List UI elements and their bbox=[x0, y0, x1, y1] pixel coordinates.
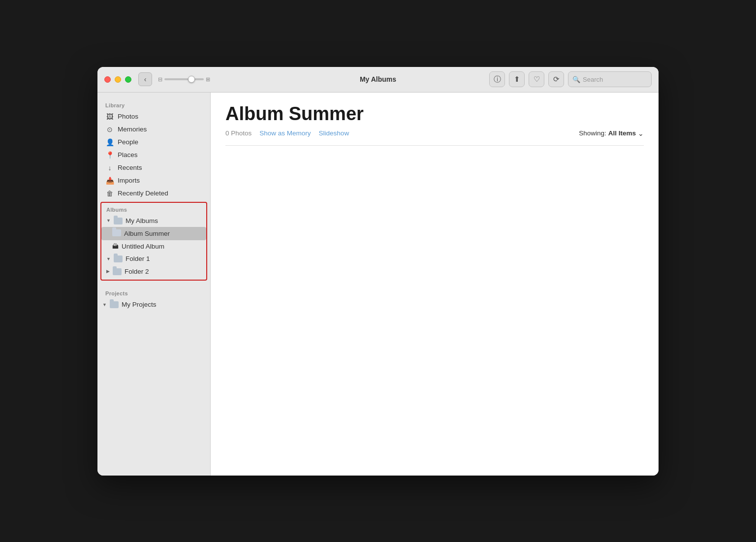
search-placeholder: Search bbox=[583, 76, 603, 83]
library-section-label: Library bbox=[97, 98, 210, 110]
my-projects-label: My Projects bbox=[122, 301, 157, 308]
content-body bbox=[211, 146, 659, 476]
window-title: My Albums bbox=[360, 75, 396, 83]
showing-prefix: Showing: bbox=[579, 129, 606, 137]
sidebar-item-recents-label: Recents bbox=[118, 164, 142, 171]
folder-2-label: Folder 2 bbox=[125, 268, 149, 275]
expand-triangle-icon: ▼ bbox=[106, 218, 111, 223]
sidebar: Library 🖼 Photos ⊙ Memories 👤 People 📍 P… bbox=[97, 93, 211, 476]
memories-icon: ⊙ bbox=[105, 126, 114, 133]
imports-icon: 📥 bbox=[105, 177, 114, 185]
sidebar-item-places-label: Places bbox=[118, 151, 138, 159]
showing-value: All Items bbox=[608, 129, 636, 137]
people-icon: 👤 bbox=[105, 138, 114, 146]
toolbar-right: ⓘ ⬆ ♡ ⟳ 🔍 Search bbox=[489, 71, 652, 87]
search-box[interactable]: 🔍 Search bbox=[568, 71, 652, 87]
folder2-expand-icon: ▶ bbox=[106, 269, 110, 274]
folder-icon-1 bbox=[114, 255, 123, 262]
projects-section-label: Projects bbox=[97, 287, 210, 298]
albums-section-label: Albums bbox=[101, 205, 206, 215]
sidebar-item-folder-1[interactable]: ▼ Folder 1 bbox=[101, 253, 206, 265]
show-as-memory-link[interactable]: Show as Memory bbox=[259, 129, 311, 137]
sidebar-item-memories-label: Memories bbox=[118, 126, 147, 133]
search-icon: 🔍 bbox=[572, 76, 580, 83]
folder-icon-my-albums bbox=[114, 217, 123, 224]
rotate-button[interactable]: ⟳ bbox=[548, 71, 564, 87]
back-button[interactable]: ‹ bbox=[138, 72, 152, 86]
folder-1-label: Folder 1 bbox=[126, 255, 150, 262]
my-albums-label: My Albums bbox=[126, 217, 158, 224]
sidebar-item-memories[interactable]: ⊙ Memories bbox=[97, 123, 210, 136]
sidebar-item-photos-label: Photos bbox=[118, 113, 138, 120]
photo-count: 0 Photos bbox=[225, 129, 252, 137]
photos-icon: 🖼 bbox=[105, 113, 114, 121]
sidebar-item-folder-2[interactable]: ▶ Folder 2 bbox=[101, 265, 206, 277]
places-icon: 📍 bbox=[105, 151, 114, 159]
sidebar-item-people[interactable]: 👤 People bbox=[97, 136, 210, 149]
info-button[interactable]: ⓘ bbox=[489, 71, 505, 87]
trash-icon: 🗑 bbox=[105, 190, 114, 197]
folder-icon-projects bbox=[110, 301, 119, 308]
close-button[interactable] bbox=[104, 76, 111, 83]
sidebar-item-places[interactable]: 📍 Places bbox=[97, 149, 210, 161]
minimize-button[interactable] bbox=[115, 76, 121, 83]
favorite-button[interactable]: ♡ bbox=[529, 71, 544, 87]
folder1-expand-icon: ▼ bbox=[106, 256, 111, 261]
zoom-max-icon: ⊞ bbox=[206, 76, 210, 83]
content-area: Album Summer 0 Photos Show as Memory Sli… bbox=[211, 93, 659, 476]
slideshow-link[interactable]: Slideshow bbox=[319, 129, 349, 137]
sidebar-item-my-albums[interactable]: ▼ My Albums bbox=[101, 215, 206, 227]
sidebar-item-my-projects[interactable]: ▼ My Projects bbox=[97, 298, 210, 311]
sidebar-item-recents[interactable]: ↓ Recents bbox=[97, 161, 210, 174]
album-title: Album Summer bbox=[225, 103, 644, 125]
sidebar-item-recently-deleted[interactable]: 🗑 Recently Deleted bbox=[97, 187, 210, 200]
slider-track[interactable] bbox=[164, 78, 204, 80]
sidebar-item-recently-deleted-label: Recently Deleted bbox=[118, 190, 168, 197]
untitled-album-label: Untitled Album bbox=[122, 243, 164, 250]
dropdown-arrow-icon: ⌄ bbox=[638, 129, 644, 137]
album-icon-summer bbox=[112, 229, 121, 238]
sidebar-item-untitled-album[interactable]: 🏔 Untitled Album bbox=[101, 240, 206, 253]
sidebar-item-people-label: People bbox=[118, 138, 138, 146]
zoom-min-icon: ⊟ bbox=[158, 76, 162, 83]
albums-section: Albums ▼ My Albums Album Summer 🏔 Untitl… bbox=[100, 202, 207, 281]
app-window: ‹ ⊟ ⊞ My Albums ⓘ ⬆ ♡ ⟳ 🔍 Search Library bbox=[97, 67, 659, 476]
sidebar-item-imports-label: Imports bbox=[118, 177, 140, 184]
projects-section: Projects ▼ My Projects bbox=[97, 283, 210, 311]
content-header: Album Summer 0 Photos Show as Memory Sli… bbox=[211, 93, 659, 145]
folder-icon-2 bbox=[113, 267, 122, 275]
traffic-lights bbox=[104, 76, 131, 83]
sidebar-item-album-summer[interactable]: Album Summer bbox=[101, 227, 206, 240]
album-meta: 0 Photos Show as Memory Slideshow Showin… bbox=[225, 129, 644, 137]
album-summer-label: Album Summer bbox=[124, 230, 170, 237]
main-layout: Library 🖼 Photos ⊙ Memories 👤 People 📍 P… bbox=[97, 93, 659, 476]
maximize-button[interactable] bbox=[125, 76, 131, 83]
recents-icon: ↓ bbox=[105, 164, 114, 172]
zoom-slider[interactable]: ⊟ ⊞ bbox=[158, 76, 210, 83]
share-button[interactable]: ⬆ bbox=[509, 71, 525, 87]
showing-dropdown[interactable]: Showing: All Items ⌄ bbox=[579, 129, 644, 137]
sidebar-item-photos[interactable]: 🖼 Photos bbox=[97, 110, 210, 123]
sidebar-item-imports[interactable]: 📥 Imports bbox=[97, 174, 210, 187]
projects-expand-icon: ▼ bbox=[102, 302, 107, 307]
titlebar: ‹ ⊟ ⊞ My Albums ⓘ ⬆ ♡ ⟳ 🔍 Search bbox=[97, 67, 659, 93]
slider-thumb[interactable] bbox=[188, 76, 195, 83]
album-icon-untitled: 🏔 bbox=[112, 243, 119, 250]
